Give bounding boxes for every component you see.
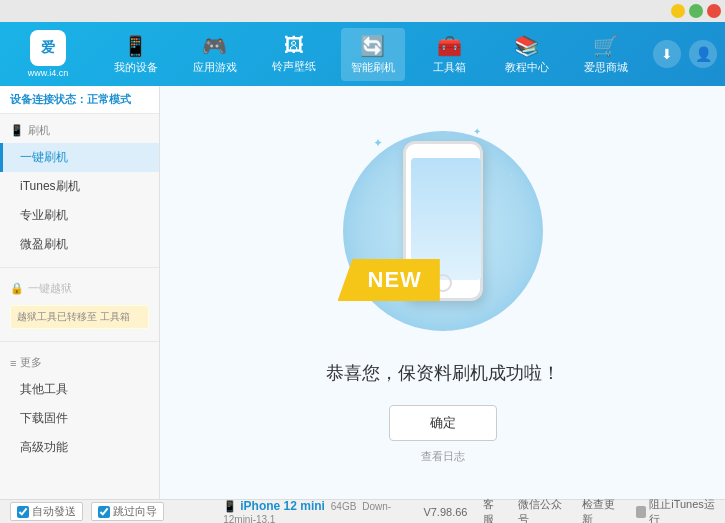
divider-1 xyxy=(0,267,159,268)
wallpaper-icon: 🖼 xyxy=(284,34,304,57)
section-flash-label: 刷机 xyxy=(28,123,50,138)
toolbox-label: 工具箱 xyxy=(433,60,466,75)
section-jailbreak-header: 🔒 一键越狱 xyxy=(0,276,159,301)
auto-send-label: 自动發送 xyxy=(32,504,76,519)
sidebar-item-micro-flash[interactable]: 微盈刷机 xyxy=(0,230,159,259)
toolbox-icon: 🧰 xyxy=(437,34,462,58)
sidebar: 设备连接状态：正常模式 📱 刷机 一键刷机 iTunes刷机 专业刷机 微盈刷机… xyxy=(0,86,160,499)
nav-smart-flash[interactable]: 🔄 智能刷机 xyxy=(341,28,405,81)
more-icon: ≡ xyxy=(10,357,16,369)
nav-right: ⬇ 👤 xyxy=(653,40,717,68)
connection-status: 设备连接状态：正常模式 xyxy=(0,86,159,114)
device-name: iPhone 12 mini xyxy=(240,499,325,513)
device-type-icon: 📱 xyxy=(223,500,240,512)
success-message: 恭喜您，保资料刷机成功啦！ xyxy=(326,361,560,385)
sparkle-1: ✦ xyxy=(373,136,383,150)
download-btn[interactable]: ⬇ xyxy=(653,40,681,68)
maximize-btn[interactable] xyxy=(689,4,703,18)
stop-label: 阻止iTunes运行 xyxy=(649,497,715,524)
nav-tutorial[interactable]: 📚 教程中心 xyxy=(495,28,559,81)
nav-apps-games[interactable]: 🎮 应用游戏 xyxy=(183,28,247,81)
skip-guide-label: 跳过向导 xyxy=(113,504,157,519)
sidebar-item-itunes-flash[interactable]: iTunes刷机 xyxy=(0,172,159,201)
smart-flash-icon: 🔄 xyxy=(360,34,385,58)
section-more: ≡ 更多 其他工具 下载固件 高级功能 xyxy=(0,346,159,466)
new-badge-text: NEW xyxy=(368,267,422,292)
flash-section-icon: 📱 xyxy=(10,124,24,137)
nav-my-device[interactable]: 📱 我的设备 xyxy=(104,28,168,81)
stop-icon xyxy=(636,506,646,518)
wechat-public-link[interactable]: 微信公众号 xyxy=(518,497,565,524)
title-bar xyxy=(0,0,725,22)
sparkle-2: ✦ xyxy=(473,126,481,137)
logo-url: www.i4.cn xyxy=(28,68,69,78)
logo-icon: 爱 xyxy=(30,30,66,66)
bottom-right: V7.98.66 客服 微信公众号 检查更新 阻止iTunes运行 xyxy=(423,497,715,524)
skip-guide-input[interactable] xyxy=(98,506,110,518)
wallpaper-label: 铃声壁纸 xyxy=(272,59,316,74)
sidebar-item-advanced[interactable]: 高级功能 xyxy=(0,433,159,462)
smart-flash-label: 智能刷机 xyxy=(351,60,395,75)
skip-guide-checkbox[interactable]: 跳过向导 xyxy=(91,502,164,521)
content-area: ✦ ✦ ✦ NEW 恭喜您，保资料刷机成功啦！ 确定 查看日志 xyxy=(160,86,725,499)
sparkle-3: ✦ xyxy=(508,171,515,180)
new-ribbon: NEW xyxy=(338,259,440,301)
auto-send-input[interactable] xyxy=(17,506,29,518)
device-storage: 64GB xyxy=(328,501,356,512)
jailbreak-note: 越狱工具已转移至 工具箱 xyxy=(10,305,149,329)
check-update-link[interactable]: 检查更新 xyxy=(582,497,620,524)
my-device-label: 我的设备 xyxy=(114,60,158,75)
store-label: 爱思商城 xyxy=(584,60,628,75)
version-label: V7.98.66 xyxy=(423,506,467,518)
user-btn[interactable]: 👤 xyxy=(689,40,717,68)
device-info: 📱 iPhone 12 mini 64GB Down-12mini-13,1 xyxy=(223,499,423,524)
sidebar-item-pro-flash[interactable]: 专业刷机 xyxy=(0,201,159,230)
section-flash: 📱 刷机 一键刷机 iTunes刷机 专业刷机 微盈刷机 xyxy=(0,114,159,263)
main-area: 设备连接状态：正常模式 📱 刷机 一键刷机 iTunes刷机 专业刷机 微盈刷机… xyxy=(0,86,725,499)
section-more-label: 更多 xyxy=(20,355,42,370)
my-device-icon: 📱 xyxy=(123,34,148,58)
section-flash-header: 📱 刷机 xyxy=(0,118,159,143)
logo[interactable]: 爱 www.i4.cn xyxy=(8,30,88,78)
header: 爱 www.i4.cn 📱 我的设备 🎮 应用游戏 🖼 铃声壁纸 🔄 智能刷机 … xyxy=(0,22,725,86)
guide-link[interactable]: 查看日志 xyxy=(421,449,465,464)
nav-toolbox[interactable]: 🧰 工具箱 xyxy=(420,28,480,81)
sidebar-item-download-firmware[interactable]: 下载固件 xyxy=(0,404,159,433)
lock-icon: 🔒 xyxy=(10,282,24,295)
bottom-left: 自动發送 跳过向导 xyxy=(10,502,219,521)
divider-2 xyxy=(0,341,159,342)
tutorial-icon: 📚 xyxy=(514,34,539,58)
logo-char: 爱 xyxy=(41,39,55,57)
sidebar-item-other-tools[interactable]: 其他工具 xyxy=(0,375,159,404)
bottom-bar: 自动發送 跳过向导 📱 iPhone 12 mini 64GB Down-12m… xyxy=(0,499,725,523)
nav-wallpaper[interactable]: 🖼 铃声壁纸 xyxy=(262,28,326,80)
status-label: 设备连接状态： xyxy=(10,93,87,105)
confirm-button[interactable]: 确定 xyxy=(389,405,497,441)
section-jailbreak: 🔒 一键越狱 越狱工具已转移至 工具箱 xyxy=(0,272,159,337)
apps-games-icon: 🎮 xyxy=(202,34,227,58)
store-icon: 🛒 xyxy=(593,34,618,58)
customer-service-link[interactable]: 客服 xyxy=(483,497,502,524)
apps-games-label: 应用游戏 xyxy=(193,60,237,75)
nav-items: 📱 我的设备 🎮 应用游戏 🖼 铃声壁纸 🔄 智能刷机 🧰 工具箱 📚 教程中心… xyxy=(96,28,645,81)
minimize-btn[interactable] xyxy=(671,4,685,18)
status-value: 正常模式 xyxy=(87,93,131,105)
auto-send-checkbox[interactable]: 自动發送 xyxy=(10,502,83,521)
stop-itunes-btn[interactable]: 阻止iTunes运行 xyxy=(636,497,715,524)
section-jailbreak-label: 一键越狱 xyxy=(28,281,72,296)
sidebar-item-one-key-flash[interactable]: 一键刷机 xyxy=(0,143,159,172)
phone-illustration: ✦ ✦ ✦ NEW xyxy=(353,121,533,341)
nav-store[interactable]: 🛒 爱思商城 xyxy=(574,28,638,81)
section-more-header: ≡ 更多 xyxy=(0,350,159,375)
close-btn[interactable] xyxy=(707,4,721,18)
tutorial-label: 教程中心 xyxy=(505,60,549,75)
